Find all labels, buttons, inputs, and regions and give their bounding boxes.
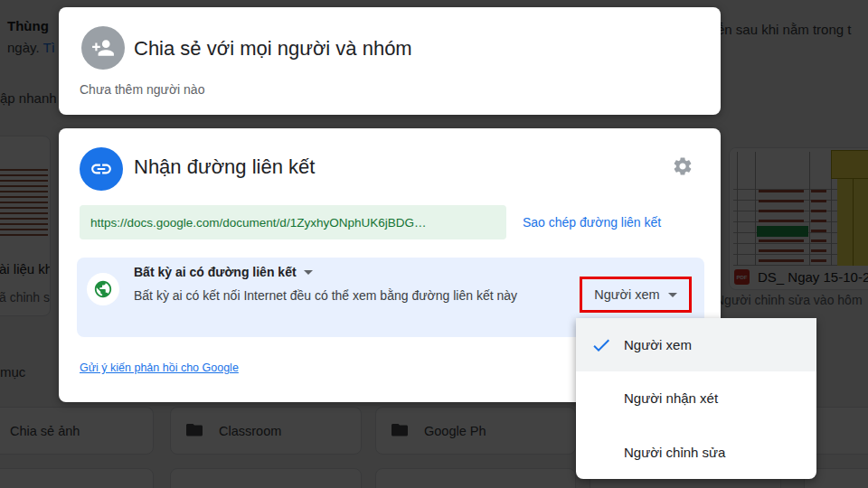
scope-label: Bất kỳ ai có đường liên kết	[134, 265, 297, 279]
share-with-people-dialog: Chia sẻ với mọi người và nhóm Chưa thêm …	[59, 7, 721, 115]
menu-item-editor[interactable]: Người chỉnh sửa	[576, 426, 816, 479]
share-dialog-title: Chia sẻ với mọi người và nhóm	[134, 37, 412, 61]
link-scope-selector[interactable]: Bất kỳ ai có đường liên kết	[134, 265, 313, 279]
role-dropdown-menu: Người xem Người nhận xét Người chỉnh sửa	[576, 318, 816, 479]
check-icon	[590, 334, 612, 356]
send-feedback-link[interactable]: Gửi ý kiến phản hồi cho Google	[80, 361, 239, 374]
menu-item-label: Người chỉnh sửa	[624, 445, 725, 460]
role-button-label: Người xem	[594, 287, 659, 302]
menu-item-viewer[interactable]: Người xem	[576, 318, 816, 371]
get-link-dialog-title: Nhận đường liên kết	[134, 155, 315, 179]
public-globe-icon	[87, 273, 119, 305]
screen: Thùng ngày. Tì ễn sau khi nằm trong t ập…	[0, 0, 868, 488]
role-selector-button[interactable]: Người xem	[580, 277, 692, 313]
share-empty-state: Chưa thêm người nào	[80, 82, 204, 97]
chevron-down-icon	[668, 293, 677, 297]
copy-link-button[interactable]: Sao chép đường liên kết	[523, 215, 661, 230]
chevron-down-icon	[304, 270, 313, 275]
scope-description: Bất kỳ ai có kết nối Internet đều có thể…	[134, 286, 586, 306]
link-settings-gear-icon[interactable]	[672, 155, 693, 177]
menu-item-commenter[interactable]: Người nhận xét	[576, 371, 816, 425]
share-link-field[interactable]: https://docs.google.com/document/d/1Zyxh…	[80, 205, 506, 239]
share-link-url: https://docs.google.com/document/d/1Zyxh…	[90, 216, 426, 230]
menu-item-label: Người nhận xét	[624, 390, 718, 406]
person-add-icon	[81, 26, 125, 70]
menu-item-label: Người xem	[624, 337, 692, 352]
link-icon	[80, 147, 123, 191]
